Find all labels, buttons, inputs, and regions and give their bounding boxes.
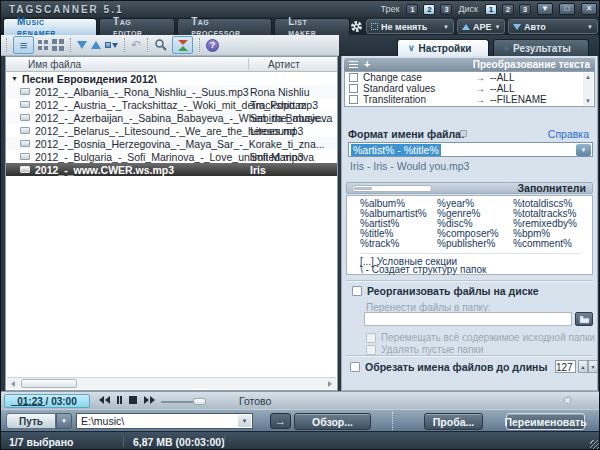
transform-row[interactable]: Change case → --ALL (345, 72, 594, 83)
list-view-icon: ≡ (20, 39, 28, 52)
move-up-button[interactable] (91, 41, 101, 49)
file-row[interactable]: 2012_-_Austria_-_Trackshittaz_-_Woki_mit… (6, 98, 337, 111)
stop-button[interactable] (129, 396, 137, 404)
column-artist[interactable]: Артист (268, 59, 300, 70)
path-mode-dropdown[interactable]: ▼ (56, 413, 72, 429)
go-button[interactable]: → (270, 413, 291, 429)
file-artist: Litesound (250, 125, 296, 137)
rewind-button[interactable] (99, 396, 110, 404)
sort-button[interactable] (105, 42, 118, 48)
disc-digit-3[interactable]: 3 (519, 4, 531, 15)
spinner-up-button[interactable]: ▲ (578, 360, 588, 373)
preview-button[interactable] (172, 36, 193, 54)
rename-button[interactable]: Переименовать (506, 413, 585, 430)
dropdown-read-tag-format[interactable]: Авто ▼ (508, 19, 598, 34)
help-button[interactable]: ? (206, 39, 219, 52)
tab-list-maker[interactable]: List maker (274, 18, 350, 35)
format-mini-icon (460, 130, 467, 137)
tab-tag-editor[interactable]: Tag editor (99, 18, 175, 35)
scroll-up-icon[interactable]: ▲ (585, 73, 591, 81)
dropdown-change-case[interactable]: Не менять ▼ (366, 19, 454, 34)
browse-button[interactable]: Обзор... (294, 413, 371, 430)
trim-checkbox-row[interactable]: Обрезать имена файлов до длины (350, 361, 547, 373)
pause-button[interactable] (117, 396, 122, 404)
delete-empty-checkbox-row[interactable]: Удалять пустые папки (366, 344, 484, 355)
placeholder[interactable]: %comment% (513, 239, 577, 249)
checkbox[interactable] (349, 73, 358, 82)
file-row[interactable]: 2012_-_Bulgaria_-_Sofi_Marinova_-_Love_u… (6, 150, 337, 163)
transform-row[interactable]: Transliteration → --FILENAME (345, 94, 594, 105)
grid-view-small-button[interactable] (38, 40, 48, 50)
move-down-button[interactable] (77, 41, 87, 49)
no-change-icon (371, 23, 378, 30)
path-mode-button[interactable]: Путь (6, 413, 56, 429)
trim-length-value[interactable]: 127 (555, 360, 576, 373)
checkbox[interactable] (352, 286, 362, 296)
file-row[interactable]: 2012_-_Azerbaijan_-_Sabina_Babayeva_-_Wh… (6, 111, 337, 124)
transform-label: Standard values (363, 83, 435, 94)
scroll-right-button[interactable] (324, 378, 336, 389)
placeholder[interactable]: %publisher% (437, 239, 499, 249)
gear-icon[interactable] (350, 20, 363, 33)
file-row[interactable]: 2012_-_Albania_-_Rona_Nishliu_-_Suus.mp3… (6, 85, 337, 98)
tab-settings[interactable]: ∨ Настройки (397, 39, 489, 56)
transform-row[interactable]: Standard values → --ALL (345, 83, 594, 94)
column-divider[interactable] (248, 58, 249, 70)
disc-digit-2[interactable]: 2 (502, 4, 514, 15)
track-digit-1[interactable]: 1 (406, 4, 418, 15)
forward-button[interactable] (144, 396, 155, 404)
undo-button[interactable]: ↶ (131, 39, 141, 51)
path-input[interactable]: E:\music\ ▼ (76, 413, 253, 429)
spinner-down-button[interactable]: ▼ (588, 360, 598, 373)
placeholders-title: Заполнители (518, 182, 587, 194)
tab-tag-processor[interactable]: Tag processor (177, 18, 272, 35)
tab-music-renamer[interactable]: Music renamer (3, 18, 97, 35)
transform-scrollbar[interactable]: ▲ ▼ (583, 73, 593, 105)
volume-slider[interactable] (161, 401, 206, 403)
scrollbar-thumb[interactable] (21, 379, 77, 388)
file-icon (20, 127, 30, 134)
checkbox[interactable] (349, 95, 358, 104)
move-to-folder-input[interactable] (364, 312, 572, 326)
file-row-selected[interactable]: 2012_-_www.CWER.ws.mp3 Iris (6, 163, 337, 176)
search-button[interactable] (154, 38, 168, 52)
file-row[interactable]: 2012_-_Bosnia_Herzegovina_-_Maya_Sar_-_K… (6, 137, 337, 150)
track-digit-2[interactable]: 2 (423, 4, 435, 15)
rewind-icon (99, 396, 104, 404)
scroll-left-button[interactable] (7, 378, 19, 389)
list-icon[interactable] (349, 61, 358, 62)
list-view-button[interactable]: ≡ (13, 36, 34, 54)
column-filename[interactable]: Имя файла (28, 59, 81, 70)
resize-grip[interactable] (590, 440, 599, 449)
path-history-dropdown[interactable]: ▼ (238, 415, 251, 427)
disc-label: Диск (458, 4, 478, 14)
file-row[interactable]: 2012_-_Belarus_-_Litesound_-_We_are_the_… (6, 124, 337, 137)
horizontal-scrollbar[interactable] (7, 377, 336, 389)
disc-digit-1[interactable]: 1 (485, 4, 497, 15)
help-link[interactable]: Справка (548, 128, 589, 140)
grid-view-large-button[interactable] (52, 39, 64, 51)
player-close-button[interactable]: ✕ (563, 396, 572, 405)
scroll-down-icon[interactable]: ▼ (585, 97, 591, 105)
group-row[interactable]: ▼ Песни Евровидения 2012\ (6, 72, 337, 85)
status-bar: 1/7 выбрано 6,87 MB (00:03:00) (1, 431, 600, 450)
add-icon[interactable]: + (364, 59, 370, 70)
browse-folder-button[interactable] (575, 312, 593, 326)
checkbox[interactable] (350, 362, 360, 372)
dropdown-save-tag-format[interactable]: APE ▼ (457, 19, 505, 34)
format-dropdown-button[interactable]: ▼ (576, 144, 591, 156)
folder-structure-note: \ - Создает структуру папок (360, 264, 486, 275)
move-all-checkbox-row[interactable]: Перемещать всё содержимое исходной папки (366, 332, 595, 343)
checkbox[interactable] (349, 84, 358, 93)
slider-thumb[interactable] (193, 398, 206, 405)
minimize-button[interactable]: ▼ (537, 3, 553, 15)
format-combobox[interactable]: %artist% - %title% ▼ (348, 142, 593, 157)
settings-tab-icon: ∨ (408, 44, 415, 53)
maximize-button[interactable]: □ (559, 3, 575, 15)
track-digit-3[interactable]: 3 (440, 4, 452, 15)
tab-results[interactable]: » Результаты (493, 39, 589, 56)
preview-rename-button[interactable]: Проба... (424, 413, 483, 430)
reorganize-checkbox-row[interactable]: Реорганизовать файлы на диске (352, 285, 539, 297)
close-button[interactable]: ✕ (581, 3, 597, 15)
placeholder[interactable]: %track% (360, 239, 427, 249)
